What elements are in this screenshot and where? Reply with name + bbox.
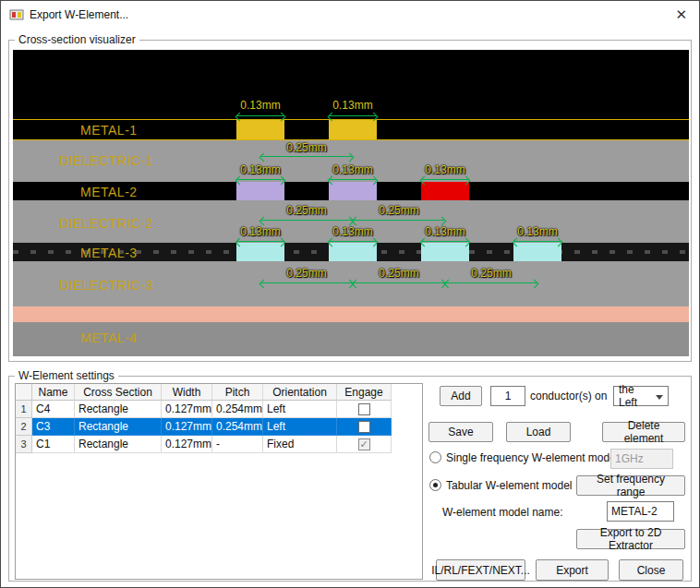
app-icon	[9, 7, 24, 22]
export-button[interactable]: Export	[536, 559, 609, 581]
delete-element-button[interactable]: Delete element	[602, 422, 685, 442]
column-header-pitch[interactable]: Pitch	[212, 384, 263, 401]
single-frequency-radio[interactable]	[429, 451, 441, 463]
dimension-arrow	[513, 237, 561, 246]
conductor-metal2	[236, 182, 284, 200]
cell-cross-section[interactable]: Rectangle	[75, 401, 162, 418]
dimension-arrow	[353, 216, 445, 224]
cell-name[interactable]: C3	[32, 418, 75, 436]
column-header-cross-section[interactable]: Cross Section	[75, 384, 162, 401]
conductor-metal3	[421, 243, 469, 261]
dimension-label: 0.25mm	[471, 267, 511, 280]
layer-label-metal-3: METAL-3	[80, 246, 138, 260]
table-row[interactable]: 1 C4 Rectangle 0.127mm 0.254mm Left	[16, 401, 422, 418]
load-button[interactable]: Load	[506, 422, 571, 442]
dimension-label: 0.13mm	[425, 225, 465, 238]
dimension-arrow	[260, 152, 353, 161]
table-row[interactable]: 3 C1 Rectangle 0.127mm - Fixed ✓	[16, 436, 422, 453]
dimension-arrow	[421, 237, 469, 246]
column-header-orientation[interactable]: Orientation	[263, 384, 337, 401]
add-button[interactable]: Add	[440, 386, 482, 406]
close-icon[interactable]: ✕	[675, 6, 687, 23]
dimension-arrow	[421, 175, 469, 184]
cell-orientation[interactable]: Left	[263, 418, 337, 436]
table-header-row: Name Cross Section Width Pitch Orientati…	[16, 384, 422, 401]
dimension-label: 0.13mm	[240, 99, 280, 112]
cross-section-canvas: METAL-1 DIELECTRIC-1 METAL-2 DIELECTRIC-…	[13, 50, 689, 356]
dimension-label: 0.25mm	[379, 204, 418, 217]
cell-name[interactable]: C1	[32, 436, 75, 453]
set-frequency-range-button[interactable]: Set frequency range	[576, 475, 685, 496]
column-header-engage[interactable]: Engage	[337, 384, 392, 401]
cell-cross-section[interactable]: Rectangle	[75, 418, 162, 436]
dimension-arrow	[236, 237, 284, 246]
conductor-metal3	[236, 243, 284, 261]
table-row-selected[interactable]: 2 C3 Rectangle 0.127mm 0.254mm Left	[16, 418, 422, 436]
chevron-down-icon	[656, 395, 663, 400]
conductor-count-input[interactable]	[490, 386, 525, 406]
engage-checkbox-disabled-checked: ✓	[358, 438, 370, 450]
dimension-label: 0.13mm	[425, 163, 465, 176]
dimension-label: 0.13mm	[332, 225, 372, 238]
w-element-table[interactable]: Name Cross Section Width Pitch Orientati…	[15, 383, 423, 580]
layer-label-dielectric-3: DIELECTRIC-3	[59, 278, 153, 293]
tabular-model-radio[interactable]	[429, 479, 441, 491]
column-header-width[interactable]: Width	[162, 384, 212, 401]
layer-label-dielectric-2: DIELECTRIC-2	[59, 216, 153, 231]
row-number[interactable]: 1	[16, 401, 32, 418]
side-dropdown[interactable]: the Left	[613, 386, 669, 406]
conductor-metal2	[329, 182, 377, 200]
layer-label-metal-4: METAL-4	[80, 330, 138, 345]
check-icon: ✓	[359, 439, 368, 450]
cell-orientation[interactable]: Left	[263, 401, 337, 418]
layer-label-metal-1: METAL-1	[80, 123, 138, 138]
cell-pitch[interactable]: 0.254mm	[212, 401, 263, 418]
conductor-metal3	[329, 243, 377, 261]
export-to-2d-extractor-button[interactable]: Export to 2D Extractor	[576, 529, 685, 549]
dimension-arrow	[329, 237, 377, 246]
dimension-arrow	[260, 216, 353, 224]
dimension-arrow	[445, 279, 537, 287]
cell-width[interactable]: 0.127mm	[162, 418, 212, 436]
title-bar[interactable]: Export W-Element... ✕	[1, 1, 699, 29]
cross-section-group: Cross-section visualizer METAL-1	[8, 40, 692, 362]
dimension-label: 0.13mm	[240, 163, 280, 176]
cell-engage	[337, 418, 392, 436]
close-button[interactable]: Close	[619, 559, 683, 581]
cell-pitch[interactable]: -	[212, 436, 263, 453]
window-title: Export W-Element...	[30, 8, 128, 21]
single-frequency-label: Single frequency W-element model	[446, 451, 619, 464]
cross-section-group-label: Cross-section visualizer	[15, 33, 139, 46]
model-name-input[interactable]	[607, 501, 674, 522]
corner-header-cell[interactable]	[16, 384, 32, 401]
dimension-label: 0.13mm	[240, 225, 280, 238]
conductor-metal2-highlighted	[421, 182, 469, 200]
save-button[interactable]: Save	[428, 422, 493, 442]
conductor-metal1	[329, 120, 377, 139]
il-rl-fext-next-button[interactable]: IL/RL/FEXT/NEXT...	[436, 559, 525, 581]
dimension-arrow	[329, 112, 377, 120]
layer-label-dielectric-1: DIELECTRIC-1	[59, 153, 153, 168]
dimension-label: 0.25mm	[379, 267, 418, 280]
row-number[interactable]: 2	[16, 418, 32, 436]
row-number[interactable]: 3	[16, 436, 32, 453]
dimension-label: 0.13mm	[332, 163, 372, 176]
dimension-label: 0.13mm	[517, 225, 557, 238]
engage-checkbox[interactable]	[358, 403, 370, 415]
dimension-arrow	[353, 279, 445, 287]
cell-orientation[interactable]: Fixed	[263, 436, 337, 453]
column-header-name[interactable]: Name	[32, 384, 75, 401]
export-w-element-dialog: Export W-Element... ✕ Cross-section visu…	[0, 0, 700, 588]
cell-width[interactable]: 0.127mm	[162, 436, 212, 453]
dimension-arrow	[329, 175, 377, 184]
frequency-input	[610, 449, 673, 469]
model-name-label: W-element model name:	[442, 506, 563, 519]
cell-name[interactable]: C4	[32, 401, 75, 418]
dimension-arrow	[236, 112, 284, 120]
dimension-label: 0.13mm	[332, 99, 372, 112]
dimension-label: 0.25mm	[286, 204, 326, 217]
cell-cross-section[interactable]: Rectangle	[75, 436, 162, 453]
cell-width[interactable]: 0.127mm	[162, 401, 212, 418]
cell-pitch[interactable]: 0.254mm	[212, 418, 263, 436]
engage-checkbox[interactable]	[358, 421, 370, 433]
